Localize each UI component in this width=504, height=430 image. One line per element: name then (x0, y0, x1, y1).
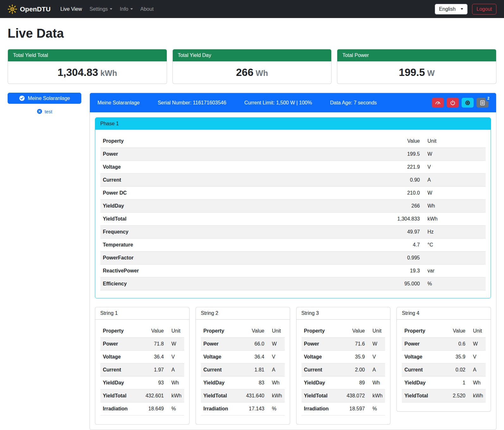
summary-card-body: 266Wh (173, 61, 332, 84)
table-row: Voltage36.4V (100, 351, 184, 364)
nav-item-label: About (140, 6, 154, 12)
table-row: Frequency49.97Hz (100, 226, 486, 239)
column-header-unit: Unit (166, 325, 184, 338)
inverter-item-selected[interactable]: Meine Solaranlage (8, 93, 81, 104)
string-table-body: Power71.8WVoltage36.4VCurrent1.97AYieldD… (100, 338, 184, 415)
nav-item-live-view[interactable]: Live View (58, 4, 85, 15)
summary-card-body: 1,304.83kWh (8, 61, 167, 84)
property-value: 89 (343, 377, 367, 389)
property-unit: A (468, 364, 486, 377)
sun-icon (8, 4, 17, 14)
table-row: Voltage36.4V (201, 351, 285, 364)
property-unit: Wh (468, 377, 486, 389)
property-unit: W (267, 338, 285, 351)
property-name: YieldDay (100, 377, 142, 389)
table-header-row: Property Value Unit (100, 135, 486, 148)
table-row: Voltage221.9V (100, 161, 486, 174)
column-header-property: Property (100, 135, 384, 148)
top-navbar: OpenDTU Live View Settings Info About En… (0, 0, 504, 18)
table-header-row: Property Value Unit (402, 325, 486, 338)
property-value: 93 (142, 377, 166, 389)
table-row: YieldTotal1,304.833kWh (100, 213, 486, 226)
table-row: YieldDay83Wh (201, 377, 285, 389)
power-button[interactable] (447, 98, 459, 108)
page-title: Live Data (8, 26, 496, 41)
column-header-value: Value (343, 325, 367, 338)
property-value: 1.81 (243, 364, 267, 377)
property-name: Voltage (201, 351, 243, 364)
property-unit: kWh (422, 213, 486, 226)
x-circle-icon (37, 109, 42, 114)
property-value: 36.4 (142, 351, 166, 364)
summary-value: 1,304.83 (58, 66, 98, 78)
table-row: YieldTotal2.520kWh (402, 389, 486, 402)
string-card: String 2 Property Value Unit (196, 307, 290, 425)
page-container: Live Data Total Yield Total 1,304.83kWh … (0, 18, 504, 430)
property-name: Power (100, 148, 384, 161)
property-unit: kWh (166, 389, 184, 402)
table-row: YieldDay93Wh (100, 377, 184, 389)
string-card-body: Property Value Unit Power0.6WVoltage35.9… (397, 320, 491, 411)
property-unit: V (166, 351, 184, 364)
column-header-value: Value (384, 135, 422, 148)
property-unit: A (267, 364, 285, 377)
property-value: 95.000 (384, 277, 422, 290)
limit-settings-button[interactable] (432, 98, 444, 108)
phase-card-title: Phase 1 (95, 118, 491, 130)
navbar-right: English Logout (435, 4, 496, 15)
property-name: Power (302, 338, 344, 351)
property-unit: W (166, 338, 184, 351)
nav-item-about[interactable]: About (138, 4, 157, 15)
summary-cards-row: Total Yield Total 1,304.83kWh Total Yiel… (8, 49, 496, 84)
property-value: 0.90 (384, 174, 422, 187)
property-value: 1.97 (142, 364, 166, 377)
data-age: Data Age: 7 seconds (330, 100, 377, 106)
event-log-button[interactable]: 2 (476, 98, 488, 108)
summary-unit: W (427, 69, 435, 78)
table-row: YieldTotal431.640kWh (201, 389, 285, 402)
logout-button[interactable]: Logout (472, 4, 496, 15)
property-name: Irradiation (201, 402, 243, 415)
property-name: Voltage (402, 351, 444, 364)
property-value: 17.143 (243, 402, 267, 415)
string-table: Property Value Unit Power66.0WVoltage36.… (201, 325, 285, 415)
column-header-property: Property (402, 325, 444, 338)
table-row: Efficiency95.000% (100, 277, 486, 290)
property-name: Power (100, 338, 142, 351)
column-header-unit: Unit (367, 325, 385, 338)
inverter-name: Meine Solaranlage (97, 100, 140, 106)
string-card-title: String 4 (397, 307, 491, 320)
table-row: Voltage35.9V (402, 351, 486, 364)
property-unit: % (367, 402, 385, 415)
table-row: Irradiation18.649% (100, 402, 184, 415)
property-name: YieldDay (201, 377, 243, 389)
property-value: 83 (243, 377, 267, 389)
property-unit: W (422, 187, 486, 200)
nav-item-settings[interactable]: Settings (87, 4, 115, 15)
property-value: 71.6 (343, 338, 367, 351)
property-name: YieldTotal (100, 213, 384, 226)
language-select[interactable]: English (435, 4, 468, 15)
inverter-item-test[interactable]: test (8, 109, 81, 114)
property-value: 0.6 (444, 338, 468, 351)
property-unit: W (468, 338, 486, 351)
table-row: Power66.0W (201, 338, 285, 351)
nav-item-info[interactable]: Info (117, 4, 136, 15)
property-unit: W (422, 148, 486, 161)
inverter-item-label: Meine Solaranlage (28, 96, 70, 101)
property-name: Current (302, 364, 344, 377)
table-row: PowerFactor0.995 (100, 252, 486, 265)
property-value: 18.649 (142, 402, 166, 415)
inverter-panel-body: Phase 1 Property Value Unit Power199.5WV… (90, 112, 496, 430)
journal-icon (480, 100, 485, 106)
summary-card-title: Total Yield Total (8, 49, 167, 61)
property-name: Voltage (302, 351, 344, 364)
property-name: Temperature (100, 239, 384, 252)
column-header-value: Value (142, 325, 166, 338)
summary-unit: kWh (100, 69, 117, 78)
property-value: 432.601 (142, 389, 166, 402)
serial-number: Serial Number: 116171603546 (158, 100, 226, 106)
brand-link[interactable]: OpenDTU (8, 4, 51, 14)
inverter-info-button[interactable] (462, 98, 474, 108)
string-card-title: String 1 (95, 307, 189, 320)
